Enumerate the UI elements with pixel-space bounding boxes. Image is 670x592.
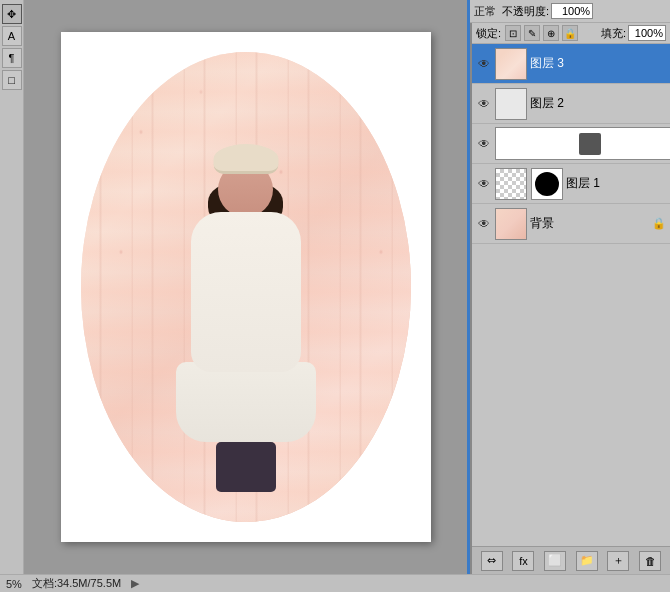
eye-symbol-layer1: 👁 bbox=[478, 177, 490, 191]
lock-icons: ⊡ ✎ ⊕ 🔒 bbox=[505, 25, 578, 41]
oval-mask-layer1 bbox=[535, 172, 559, 196]
opacity-control: 不透明度: bbox=[502, 3, 593, 19]
photo-filter-icon bbox=[579, 133, 601, 155]
eye-symbol-layer3: 👁 bbox=[478, 57, 490, 71]
thumb-content-layer2 bbox=[496, 89, 526, 119]
eye-icon-layer3[interactable]: 👁 bbox=[476, 56, 492, 72]
eye-symbol-layer2: 👁 bbox=[478, 97, 490, 111]
layer-item-layer3[interactable]: 👁 图层 3 bbox=[472, 44, 670, 84]
paragraph-tool[interactable]: ¶ bbox=[2, 48, 22, 68]
lock-paint-btn[interactable]: ✎ bbox=[524, 25, 540, 41]
layer-item-layer2[interactable]: 👁 图层 2 bbox=[472, 84, 670, 124]
layer-thumb-layer3 bbox=[495, 48, 527, 80]
fill-label: 填充: bbox=[601, 26, 626, 41]
zoom-level: 5% bbox=[6, 578, 22, 590]
person-body bbox=[191, 212, 301, 372]
lock-all-btn[interactable]: 🔒 bbox=[562, 25, 578, 41]
layers-list: 👁 图层 3 👁 图层 2 bbox=[472, 44, 670, 546]
doc-size: 文档:34.5M/75.5M bbox=[32, 576, 121, 591]
layer-item-photo-filter[interactable]: 👁 照片滤镜 1 bbox=[472, 124, 670, 164]
layer-item-layer1[interactable]: 👁 图层 1 bbox=[472, 164, 670, 204]
move-tool[interactable]: ✥ bbox=[2, 4, 22, 24]
canvas-wrapper bbox=[61, 32, 431, 542]
fx-btn[interactable]: fx bbox=[512, 551, 534, 571]
lock-move-btn[interactable]: ⊕ bbox=[543, 25, 559, 41]
status-bar: 5% 文档:34.5M/75.5M ▶ bbox=[0, 574, 670, 592]
oval-image bbox=[81, 52, 411, 522]
layer-thumb-layer2 bbox=[495, 88, 527, 120]
layer-thumb-background bbox=[495, 208, 527, 240]
person-hat bbox=[213, 144, 278, 174]
lock-transparency-btn[interactable]: ⊡ bbox=[505, 25, 521, 41]
layers-panel: 正常 正常 不透明度: 锁定: ⊡ ✎ ⊕ 🔒 填充: bbox=[470, 0, 670, 574]
fill-control: 填充: bbox=[601, 25, 666, 41]
fill-input[interactable] bbox=[628, 25, 666, 41]
text-tool[interactable]: A bbox=[2, 26, 22, 46]
layer-thumb-layer1 bbox=[495, 168, 527, 200]
person-head bbox=[218, 162, 273, 217]
layers-bottom-bar: ⇔ fx ⬜ 📁 ＋ 🗑 bbox=[472, 546, 670, 574]
layer-name-layer2: 图层 2 bbox=[530, 95, 666, 112]
new-layer-btn[interactable]: ＋ bbox=[607, 551, 629, 571]
eye-symbol-photo-filter: 👁 bbox=[478, 137, 490, 151]
lock-label: 锁定: bbox=[476, 26, 501, 41]
lock-icon-background: 🔒 bbox=[652, 217, 666, 230]
layer-name-layer3: 图层 3 bbox=[530, 55, 666, 72]
link-layers-btn[interactable]: ⇔ bbox=[481, 551, 503, 571]
group-btn[interactable]: 📁 bbox=[576, 551, 598, 571]
layer-thumb-photo-filter bbox=[495, 127, 670, 160]
eye-symbol-background: 👁 bbox=[478, 217, 490, 231]
layer-name-layer1: 图层 1 bbox=[566, 175, 666, 192]
layer-mask-layer1 bbox=[531, 168, 563, 200]
thumb-content-layer1 bbox=[496, 169, 526, 199]
mask-btn[interactable]: ⬜ bbox=[544, 551, 566, 571]
left-toolbar: ✥ A ¶ □ bbox=[0, 0, 24, 574]
eye-icon-background[interactable]: 👁 bbox=[476, 216, 492, 232]
next-arrow[interactable]: ▶ bbox=[131, 577, 139, 590]
lock-row: 锁定: ⊡ ✎ ⊕ 🔒 填充: bbox=[472, 23, 670, 44]
opacity-input[interactable] bbox=[551, 3, 593, 19]
blend-mode-label: 正常 bbox=[474, 4, 496, 19]
eye-icon-layer1[interactable]: 👁 bbox=[476, 176, 492, 192]
opacity-label: 不透明度: bbox=[502, 4, 549, 19]
person-legs bbox=[216, 442, 276, 492]
layer-item-background[interactable]: 👁 背景 🔒 bbox=[472, 204, 670, 244]
person-figure bbox=[166, 162, 326, 482]
delete-layer-btn[interactable]: 🗑 bbox=[639, 551, 661, 571]
layer-name-background: 背景 bbox=[530, 215, 649, 232]
shape-tool[interactable]: □ bbox=[2, 70, 22, 90]
eye-icon-photo-filter[interactable]: 👁 bbox=[476, 136, 492, 152]
canvas-area bbox=[24, 0, 467, 574]
person-dress-skirt bbox=[176, 362, 316, 442]
thumb-content-background bbox=[496, 209, 526, 239]
thumb-content-layer3 bbox=[496, 49, 526, 79]
eye-icon-layer2[interactable]: 👁 bbox=[476, 96, 492, 112]
